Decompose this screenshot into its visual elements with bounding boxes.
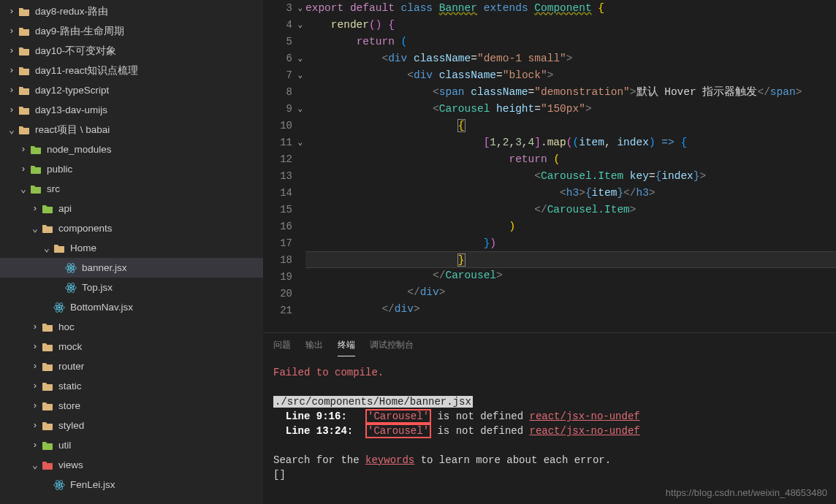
tree-item[interactable]: ›banner.jsx (0, 258, 263, 278)
panel-tab[interactable]: 输出 (305, 339, 323, 356)
code-area[interactable]: export default class Banner extends Comp… (305, 0, 836, 332)
fold-icon[interactable]: ⌄ (297, 67, 303, 84)
editor-main: 3⌄4⌄56⌄7⌄89⌄1011⌄12131415161718192021 ex… (263, 0, 836, 504)
green-icon (41, 439, 54, 452)
panel-tab[interactable]: 调试控制台 (370, 339, 414, 356)
fold-icon[interactable]: ⌄ (297, 17, 303, 34)
tree-label: components (58, 223, 113, 234)
tree-label: FenLei.jsx (70, 479, 115, 490)
chevron-icon: › (18, 144, 29, 155)
fold-icon[interactable]: ⌄ (297, 50, 303, 67)
tree-label: node_modules (47, 144, 112, 155)
tree-item[interactable]: ›day11-react知识点梳理 (0, 61, 263, 80)
chevron-icon: ⌄ (18, 183, 29, 195)
tree-item[interactable]: ›static (0, 376, 263, 396)
tree-item[interactable]: ›day13-dav-umijs (0, 100, 263, 120)
tree-item[interactable]: ⌄Home (0, 238, 263, 258)
tree-item[interactable]: ›router (0, 356, 263, 376)
tree-item[interactable]: ›FenLei.jsx (0, 475, 263, 495)
line-gutter: 3⌄4⌄56⌄7⌄89⌄1011⌄12131415161718192021 (263, 0, 305, 332)
line-number: 16 (263, 218, 292, 235)
panel-tab[interactable]: 终端 (338, 339, 355, 356)
code-editor[interactable]: 3⌄4⌄56⌄7⌄89⌄1011⌄12131415161718192021 ex… (263, 0, 836, 332)
tree-item[interactable]: ⌄views (0, 455, 263, 475)
chevron-icon: ⌄ (29, 223, 41, 234)
tree-item[interactable]: ›BottomNav.jsx (0, 297, 263, 317)
tree-label: BottomNav.jsx (70, 302, 133, 313)
green-icon (29, 143, 42, 156)
line-number: 5 (263, 34, 292, 50)
react-icon (64, 281, 77, 294)
line-number: 4⌄ (263, 17, 292, 34)
chevron-icon: ⌄ (6, 124, 18, 136)
tree-label: hoc (58, 321, 75, 332)
chevron-icon: › (29, 321, 41, 332)
keywords-link[interactable]: keywords (365, 454, 414, 466)
line-number: 7⌄ (263, 67, 292, 84)
tree-item[interactable]: ›node_modules (0, 140, 263, 159)
tree-label: day8-redux-路由 (35, 5, 108, 18)
tree-item[interactable]: ›util (0, 435, 263, 455)
chevron-icon: › (29, 381, 41, 392)
line-number: 11⌄ (263, 134, 292, 151)
tree-item[interactable]: ⌄react项目 \ babai (0, 120, 263, 140)
tree-label: static (58, 381, 82, 392)
folder-icon (41, 222, 54, 235)
compile-error: Failed to compile. (273, 365, 826, 380)
tree-item[interactable]: ⌄src (0, 179, 263, 199)
tree-label: public (47, 164, 72, 175)
fold-icon[interactable]: ⌄ (297, 0, 303, 17)
tree-label: views (58, 459, 83, 470)
svg-point-12 (58, 484, 61, 486)
folder-icon (18, 5, 31, 18)
line-number: 18 (263, 252, 292, 269)
tree-item[interactable]: ›day10-不可变对象 (0, 41, 263, 61)
eslint-rule-link[interactable]: react/jsx-no-undef (529, 425, 639, 437)
watermark: https://blog.csdn.net/weixin_48653480 (666, 487, 827, 498)
tree-item[interactable]: ›day12-typeScript (0, 80, 263, 100)
chevron-icon: › (6, 85, 18, 96)
line-number: 9⌄ (263, 101, 292, 118)
tree-item[interactable]: ›hoc (0, 317, 263, 337)
chevron-icon: › (6, 104, 18, 115)
chevron-icon: › (6, 26, 18, 37)
tree-label: Top.jsx (82, 282, 113, 293)
file-explorer[interactable]: ›day8-redux-路由›day9-路由-生命周期›day10-不可变对象›… (0, 0, 263, 504)
panel-tab[interactable]: 问题 (273, 339, 291, 356)
tree-item[interactable]: ›store (0, 396, 263, 416)
green-icon (41, 202, 54, 215)
react-icon (53, 478, 66, 492)
line-number: 6⌄ (263, 50, 292, 67)
line-number: 8 (263, 84, 292, 101)
tree-item[interactable]: ›day8-redux-路由 (0, 1, 263, 21)
tree-label: router (58, 361, 84, 372)
tree-label: banner.jsx (82, 262, 127, 273)
chevron-icon: ⌄ (41, 243, 53, 254)
tree-item[interactable]: ›api (0, 199, 263, 218)
react-icon (64, 261, 77, 275)
folder-icon (18, 104, 31, 117)
error-file-path: ./src/components/Home/banner.jsx (273, 396, 473, 408)
tree-label: day12-typeScript (35, 85, 109, 96)
tree-label: react项目 \ babai (35, 123, 110, 137)
tree-label: day13-dav-umijs (35, 104, 107, 115)
tree-item[interactable]: ⌄components (0, 218, 263, 238)
tree-item[interactable]: ›public (0, 159, 263, 179)
tree-label: api (58, 203, 72, 214)
tree-item[interactable]: ›day9-路由-生命周期 (0, 21, 263, 41)
svg-point-4 (70, 286, 72, 289)
tree-item[interactable]: ›mock (0, 337, 263, 356)
chevron-icon: › (18, 164, 29, 175)
red-icon (41, 459, 54, 472)
tree-label: mock (58, 341, 82, 352)
line-number: 12 (263, 151, 292, 168)
terminal-output[interactable]: Failed to compile. ./src/components/Home… (263, 356, 836, 504)
folder-icon (41, 400, 54, 413)
fold-icon[interactable]: ⌄ (297, 134, 303, 151)
tree-item[interactable]: ›styled (0, 416, 263, 435)
folder-icon (41, 419, 54, 432)
tree-item[interactable]: ›Top.jsx (0, 278, 263, 297)
svg-point-8 (58, 306, 61, 308)
fold-icon[interactable]: ⌄ (297, 101, 303, 118)
eslint-rule-link[interactable]: react/jsx-no-undef (529, 411, 639, 422)
